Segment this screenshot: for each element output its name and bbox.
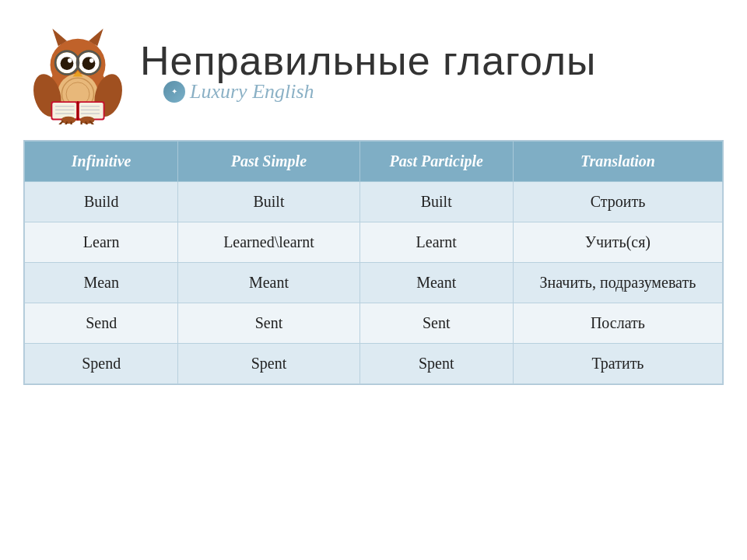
cell-infinitive: Build xyxy=(25,182,178,222)
cell-infinitive: Send xyxy=(25,303,178,344)
page-title: Неправильные глаголы xyxy=(140,37,596,84)
logo-icon: ✦ xyxy=(163,81,185,103)
cell-past_participle: Spent xyxy=(359,344,513,384)
svg-rect-23 xyxy=(52,103,76,119)
table-row: MeanMeantMeantЗначить, подразумевать xyxy=(25,263,723,303)
table-row: LearnLearned\learntLearntУчить(ся) xyxy=(25,222,723,263)
owl-illustration xyxy=(23,16,132,124)
col-header-past-simple: Past Simple xyxy=(178,142,359,182)
cell-past_participle: Learnt xyxy=(359,222,513,263)
table-row: BuildBuiltBuiltСтроить xyxy=(25,182,723,222)
cell-infinitive: Spend xyxy=(25,344,178,384)
page: Неправильные глаголы ✦ Luxury English In… xyxy=(0,0,747,560)
header: Неправильные глаголы ✦ Luxury English xyxy=(23,16,724,124)
cell-past_participle: Sent xyxy=(359,303,513,344)
cell-past_participle: Meant xyxy=(359,263,513,303)
logo-area: ✦ Luxury English xyxy=(163,80,314,103)
cell-past_participle: Built xyxy=(359,182,513,222)
col-header-translation: Translation xyxy=(513,142,722,182)
cell-translation: Строить xyxy=(513,182,722,222)
logo-text: Luxury English xyxy=(190,80,314,103)
cell-past_simple: Meant xyxy=(178,263,359,303)
col-header-infinitive: Infinitive xyxy=(25,142,178,182)
cell-past_simple: Sent xyxy=(178,303,359,344)
cell-translation: Учить(ся) xyxy=(513,222,722,263)
svg-point-12 xyxy=(61,57,74,70)
irregular-verbs-table: Infinitive Past Simple Past Participle T… xyxy=(23,140,724,385)
svg-point-31 xyxy=(61,117,76,124)
cell-infinitive: Learn xyxy=(25,222,178,263)
cell-translation: Тратить xyxy=(513,344,722,384)
cell-infinitive: Mean xyxy=(25,263,178,303)
svg-point-14 xyxy=(68,58,72,63)
cell-past_simple: Spent xyxy=(178,344,359,384)
svg-point-15 xyxy=(89,58,94,63)
cell-past_simple: Learned\learnt xyxy=(178,222,359,263)
table-header-row: Infinitive Past Simple Past Participle T… xyxy=(25,142,723,182)
title-area: Неправильные глаголы ✦ Luxury English xyxy=(140,37,596,103)
cell-translation: Послать xyxy=(513,303,722,344)
cell-translation: Значить, подразумевать xyxy=(513,263,722,303)
svg-line-33 xyxy=(60,121,63,124)
svg-point-13 xyxy=(82,57,96,70)
svg-rect-24 xyxy=(79,103,103,119)
col-header-past-participle: Past Participle xyxy=(359,142,513,182)
table-row: SendSentSentПослать xyxy=(25,303,723,344)
table-row: SpendSpentSpentТратить xyxy=(25,344,723,384)
cell-past_simple: Built xyxy=(178,182,359,222)
